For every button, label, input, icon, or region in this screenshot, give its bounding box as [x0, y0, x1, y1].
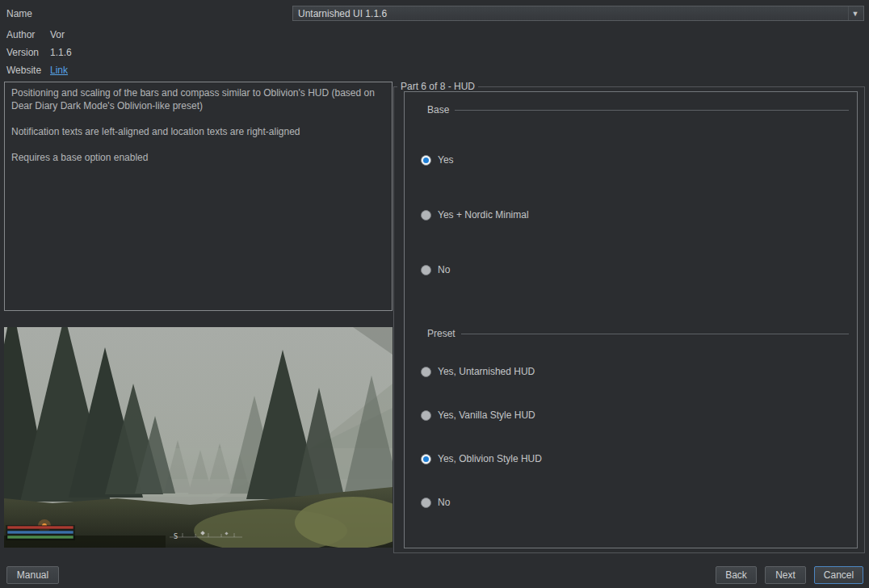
- radio-option-base-no[interactable]: No: [421, 263, 450, 276]
- next-button[interactable]: Next: [765, 566, 806, 584]
- radio-icon[interactable]: [421, 498, 431, 508]
- health-bar: [7, 526, 73, 529]
- radio-option-base-nordic[interactable]: Yes + Nordic Minimal: [421, 208, 529, 221]
- radio-option-preset-untarnished[interactable]: Yes, Untarnished HUD: [421, 365, 535, 378]
- cancel-button[interactable]: Cancel: [814, 566, 863, 584]
- radio-icon[interactable]: [421, 410, 431, 421]
- mod-preview-image[interactable]: S: [4, 327, 393, 548]
- step-title: Part 6 of 8 - HUD: [397, 81, 478, 92]
- svg-text:S: S: [174, 533, 178, 540]
- mod-name-dropdown-value: Untarnished UI 1.1.6: [298, 8, 387, 19]
- radio-label: Yes, Untarnished HUD: [438, 366, 535, 377]
- radio-label: Yes + Nordic Minimal: [438, 209, 529, 220]
- group-divider: [461, 334, 849, 334]
- back-button[interactable]: Back: [716, 566, 757, 584]
- group-header-base: Base: [427, 103, 849, 116]
- group-divider: [455, 110, 849, 111]
- hud-status-bars: [6, 525, 75, 540]
- group-label: Preset: [427, 328, 455, 339]
- magicka-bar: [7, 531, 73, 534]
- radio-icon[interactable]: [421, 155, 431, 166]
- group-label: Base: [427, 104, 449, 116]
- mod-name-dropdown[interactable]: Untarnished UI 1.1.6 ▼: [292, 6, 864, 21]
- radio-icon[interactable]: [421, 265, 431, 275]
- radio-label: No: [438, 497, 450, 508]
- description-paragraph: Positioning and scaling of the bars and …: [11, 86, 385, 112]
- radio-icon[interactable]: [421, 367, 431, 377]
- name-label: Name: [6, 8, 32, 19]
- version-value: 1.1.6: [50, 47, 72, 58]
- radio-option-preset-no[interactable]: No: [421, 496, 450, 509]
- description-paragraph: Notification texts are left-aligned and …: [11, 125, 385, 138]
- group-header-preset: Preset: [427, 327, 849, 340]
- forest-scene: S: [4, 327, 393, 548]
- radio-icon[interactable]: [421, 210, 431, 220]
- options-panel: Base Yes Yes + Nordic Minimal No Preset: [404, 91, 858, 548]
- option-description: Positioning and scaling of the bars and …: [4, 82, 393, 311]
- radio-label: Yes: [438, 154, 454, 166]
- chevron-down-icon[interactable]: ▼: [848, 6, 862, 20]
- radio-option-preset-oblivion[interactable]: Yes, Oblivion Style HUD: [421, 452, 542, 465]
- radio-label: Yes, Oblivion Style HUD: [438, 453, 542, 464]
- radio-option-preset-vanilla[interactable]: Yes, Vanilla Style HUD: [421, 409, 535, 422]
- author-value: Vor: [50, 29, 65, 40]
- author-label: Author: [6, 29, 35, 40]
- radio-option-base-yes[interactable]: Yes: [421, 153, 454, 166]
- description-paragraph: Requires a base option enabled: [11, 151, 385, 164]
- manual-button[interactable]: Manual: [6, 566, 59, 584]
- version-label: Version: [6, 47, 39, 58]
- radio-label: No: [438, 264, 450, 275]
- radio-label: Yes, Vanilla Style HUD: [438, 410, 535, 421]
- website-link[interactable]: Link: [50, 65, 68, 76]
- stamina-bar: [7, 536, 73, 539]
- website-label: Website: [6, 65, 41, 76]
- step-groupbox: Part 6 of 8 - HUD Base Yes Yes + Nordic …: [393, 86, 865, 553]
- fomod-installer-window: Name Author Vor Version 1.1.6 Website Li…: [0, 0, 869, 588]
- radio-icon[interactable]: [421, 454, 431, 464]
